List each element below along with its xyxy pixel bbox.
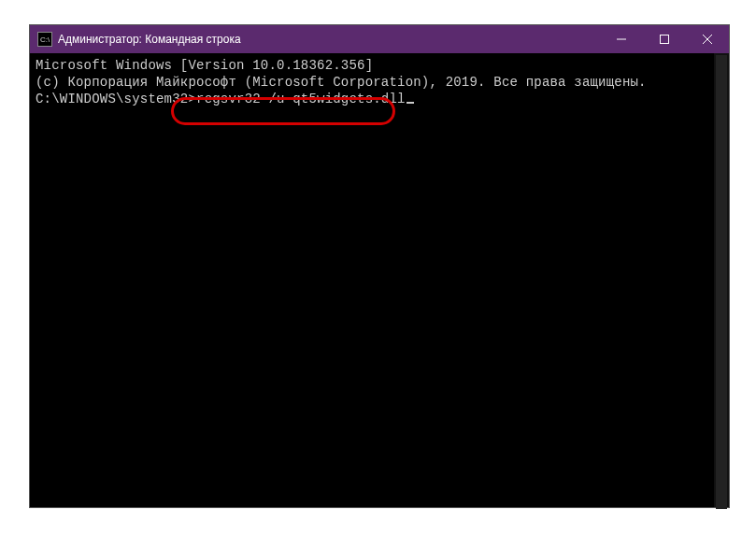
command-input[interactable]: regsvr32 /u qt5widgets.dll bbox=[196, 92, 406, 106]
console-line: (c) Корпорация Майкрософт (Microsoft Cor… bbox=[36, 74, 723, 91]
scrollbar-thumb[interactable] bbox=[716, 55, 727, 509]
scrollbar[interactable] bbox=[714, 53, 729, 507]
close-icon bbox=[703, 35, 712, 44]
svg-rect-1 bbox=[661, 35, 669, 44]
cmd-icon: C:\ bbox=[37, 32, 52, 47]
prompt-line: C:\WINDOWS\system32>regsvr32 /u qt5widge… bbox=[36, 91, 723, 107]
minimize-icon bbox=[617, 35, 626, 44]
command-prompt-window: C:\ Администратор: Командная строка Micr… bbox=[29, 24, 730, 508]
close-button[interactable] bbox=[686, 25, 729, 53]
console-line: Microsoft Windows [Version 10.0.18362.35… bbox=[36, 57, 723, 74]
titlebar[interactable]: C:\ Администратор: Командная строка bbox=[30, 25, 729, 53]
text-cursor bbox=[407, 102, 414, 104]
maximize-icon bbox=[660, 35, 669, 44]
maximize-button[interactable] bbox=[643, 25, 686, 53]
console-area[interactable]: Microsoft Windows [Version 10.0.18362.35… bbox=[30, 53, 729, 507]
window-title: Администратор: Командная строка bbox=[58, 33, 241, 46]
minimize-button[interactable] bbox=[600, 25, 643, 53]
prompt: C:\WINDOWS\system32> bbox=[36, 92, 196, 106]
